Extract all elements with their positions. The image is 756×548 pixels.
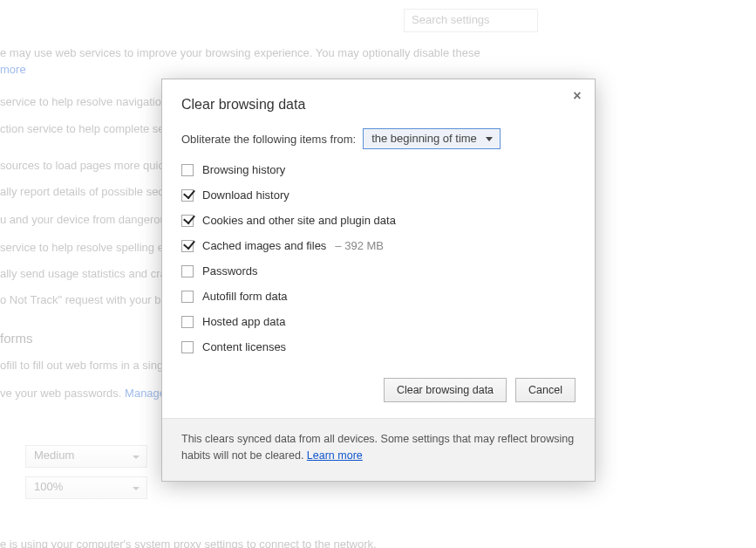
bg-learn-more-link[interactable]: more [0,63,26,76]
checkbox-row-autofill: Autofill form data [181,290,576,303]
checkbox-browsing-history[interactable] [181,164,194,176]
page-zoom-select[interactable]: 100% [25,476,147,499]
dialog-title: Clear browsing data [181,97,576,113]
checkbox-row-browsing-history: Browsing history [181,163,576,176]
font-size-select[interactable]: Medium [25,445,147,468]
obliterate-label: Obliterate the following items from: [181,133,356,146]
dialog-buttons: Clear browsing data Cancel [181,378,576,402]
checkbox-cookies[interactable] [181,215,194,227]
checkbox-content-licenses[interactable] [181,341,194,353]
checkbox-hosted-app-data[interactable] [181,316,194,328]
bg-text: o Not Track" request with your bro [0,293,171,306]
close-icon[interactable]: × [569,88,586,106]
learn-more-link[interactable]: Learn more [307,449,363,462]
clear-browsing-data-dialog: × Clear browsing data Obliterate the fol… [161,79,596,482]
bg-text: ally report details of possible secur [0,185,174,198]
bg-text: u and your device from dangerous [0,213,172,226]
dialog-body: Clear browsing data Obliterate the follo… [162,79,595,418]
bg-text: sources to load pages more quick [0,159,169,172]
dialog-footer: This clears synced data from all devices… [162,418,595,481]
checkbox-label: Hosted app data [202,315,285,328]
search-settings-input[interactable]: Search settings [404,9,538,32]
checkbox-row-content-licenses: Content licenses [181,340,576,353]
bg-text: ally send usage statistics and crash [0,267,179,280]
checkbox-label: Cached images and files [202,239,326,252]
checkbox-label: Content licenses [202,340,286,353]
checkbox-label: Passwords [202,264,258,277]
bg-text: service to help resolve navigation e [0,95,177,108]
checkbox-row-passwords: Passwords [181,264,576,277]
cancel-button[interactable]: Cancel [515,378,576,402]
checkbox-label: Download history [202,188,289,202]
checkbox-label: Autofill form data [202,290,288,303]
checkbox-label: Cookies and other site and plugin data [202,214,396,227]
section-header-forms: forms [0,331,33,346]
bg-text: e is using your computer's system proxy … [0,538,377,548]
checkbox-row-download-history: Download history [181,188,576,202]
bg-text: ofill to fill out web forms in a sing [0,359,163,372]
clear-browsing-data-button[interactable]: Clear browsing data [384,378,507,402]
timeframe-row: Obliterate the following items from: the… [181,128,576,149]
checkbox-passwords[interactable] [181,265,194,277]
checkbox-autofill[interactable] [181,291,194,303]
bg-text: ction service to help complete sea [0,122,171,135]
checkbox-label: Browsing history [202,163,285,176]
checkbox-extra: – 392 MB [335,239,384,252]
checkbox-row-cookies: Cookies and other site and plugin data [181,214,576,227]
checkbox-cached-images[interactable] [181,240,194,252]
checkbox-row-cache: Cached images and files – 392 MB [181,239,576,252]
timeframe-select[interactable]: the beginning of time [363,128,501,149]
checkbox-download-history[interactable] [181,189,194,202]
bg-text: service to help resolve spelling err [0,241,172,254]
footer-text: This clears synced data from all devices… [181,433,574,462]
checkbox-row-hosted-app-data: Hosted app data [181,315,576,328]
bg-text: ve your web passwords. Manage p [0,387,175,400]
bg-text: e may use web services to improve your b… [0,46,480,59]
